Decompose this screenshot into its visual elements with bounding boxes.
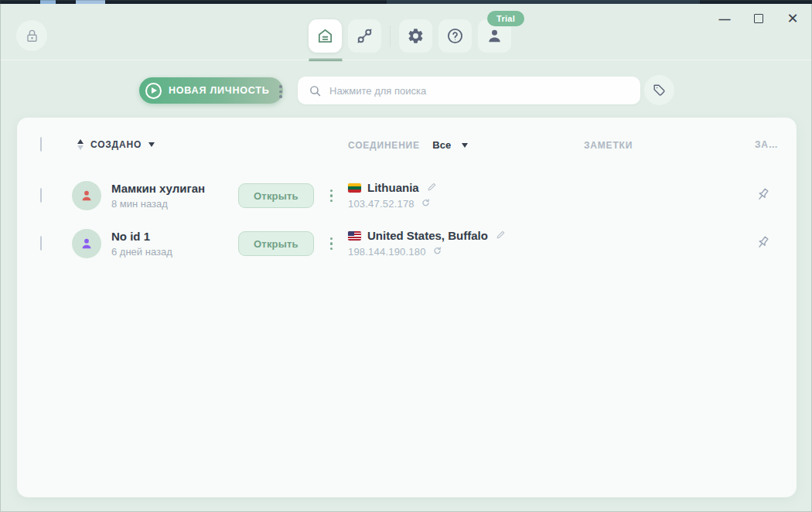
refresh-ip-icon[interactable] (432, 245, 442, 259)
profile-row[interactable]: Мамкин хулиган 8 мин назад Открыть Lithu… (17, 172, 797, 220)
minimize-button[interactable]: — (716, 10, 733, 27)
profile-name: Мамкин хулиган (111, 182, 205, 196)
nav-separator (390, 26, 391, 47)
open-profile-button[interactable]: Открыть (238, 231, 314, 256)
nav-help-button[interactable] (438, 19, 472, 53)
maximize-icon (754, 14, 763, 23)
help-icon (446, 27, 464, 45)
created-dropdown-icon[interactable] (148, 142, 155, 147)
row-checkbox[interactable] (40, 236, 42, 251)
search-icon (309, 84, 322, 97)
connection-filter-value[interactable]: Все (432, 139, 451, 151)
pin-profile-icon[interactable] (755, 234, 771, 254)
window-controls: — ✕ (716, 10, 801, 27)
profile-name: No id 1 (111, 230, 172, 244)
nav-settings-button[interactable] (399, 19, 432, 53)
connection-column-header: СОЕДИНЕНИЕ (348, 140, 420, 151)
new-identity-button[interactable]: НОВАЯ ЛИЧНОСТЬ (139, 77, 283, 104)
toolbar-more-menu[interactable] (276, 82, 285, 101)
row-checkbox[interactable] (40, 188, 42, 203)
maximize-button[interactable] (750, 10, 767, 27)
home-icon (316, 27, 334, 45)
person-icon (79, 188, 94, 203)
nav-connections-button[interactable] (348, 19, 381, 53)
nav-home-button[interactable] (309, 19, 342, 53)
search-bar[interactable] (298, 77, 640, 104)
select-all-checkbox[interactable] (40, 137, 42, 152)
profile-row[interactable]: No id 1 6 дней назад Открыть United Stat… (17, 220, 797, 268)
gear-icon (407, 27, 425, 45)
person-icon (79, 236, 94, 251)
tag-icon (652, 83, 667, 97)
profile-created-time: 6 дней назад (111, 246, 172, 258)
edit-connection-icon[interactable] (496, 229, 506, 243)
row-more-menu[interactable] (327, 234, 336, 254)
close-button[interactable]: ✕ (784, 10, 801, 27)
header-divider (0, 60, 812, 60)
us-flag (348, 231, 361, 241)
pin-profile-icon[interactable] (755, 186, 771, 206)
lock-button[interactable] (16, 20, 47, 51)
profile-avatar (72, 181, 101, 210)
connection-ip: 198.144.190.180 (348, 246, 426, 258)
notes-column-header: ЗАМЕТКИ (584, 140, 633, 151)
open-profile-button[interactable]: Открыть (238, 183, 314, 208)
connection-country: Lithuania (367, 181, 419, 194)
profile-created-time: 8 мин назад (111, 198, 205, 210)
profiles-table-card: СОЗДАНО СОЕДИНЕНИЕ Все ЗАМЕТКИ ЗА… Мамки… (17, 118, 797, 497)
connection-filter-dropdown-icon[interactable] (462, 143, 468, 148)
proxy-connection-icon (356, 27, 374, 45)
refresh-ip-icon[interactable] (421, 197, 431, 211)
play-icon (145, 83, 162, 99)
pinned-column-header: ЗА… (755, 139, 779, 150)
sort-arrows-icon[interactable] (77, 139, 84, 150)
trial-badge: Trial (487, 11, 524, 26)
profile-avatar (72, 229, 101, 258)
new-identity-label: НОВАЯ ЛИЧНОСТЬ (169, 85, 269, 96)
edit-connection-icon[interactable] (427, 181, 437, 195)
app-header: Trial — ✕ (0, 4, 812, 60)
person-icon (486, 27, 503, 45)
table-header-row: СОЗДАНО СОЕДИНЕНИЕ Все ЗАМЕТКИ ЗА… (17, 118, 797, 172)
main-nav (309, 19, 511, 53)
tags-filter-button[interactable] (644, 75, 674, 105)
connection-ip: 103.47.52.178 (348, 198, 415, 210)
created-column-header[interactable]: СОЗДАНО (90, 139, 142, 150)
row-more-menu[interactable] (327, 186, 336, 206)
search-input[interactable] (329, 77, 629, 104)
lock-icon (25, 29, 39, 43)
connection-country: United States, Buffalo (367, 229, 488, 242)
toolbar: НОВАЯ ЛИЧНОСТЬ (0, 77, 812, 106)
lithuania-flag (348, 183, 361, 193)
